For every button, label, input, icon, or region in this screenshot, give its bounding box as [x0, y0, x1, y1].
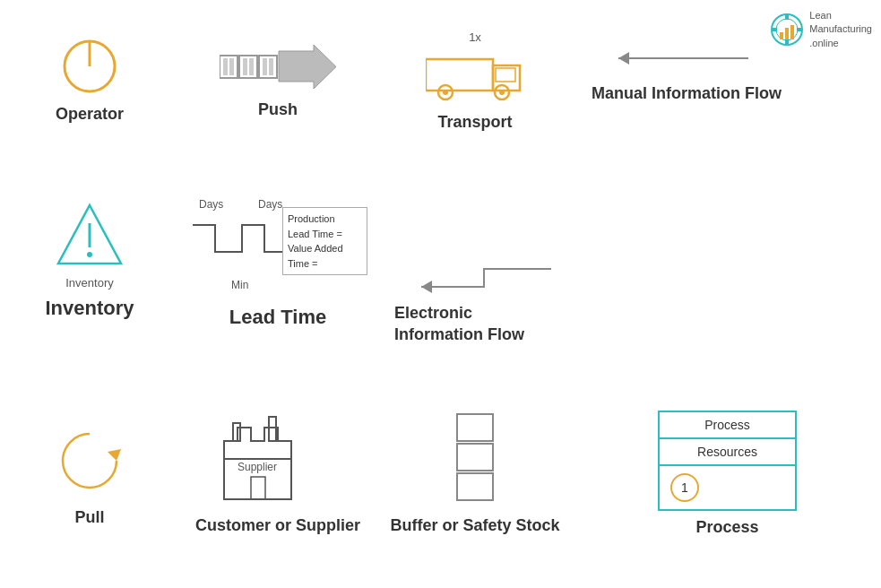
- transport-label: Transport: [437, 113, 512, 132]
- inventory-small-label: Inventory: [65, 276, 113, 290]
- svg-text:Supplier: Supplier: [238, 461, 277, 473]
- manual-flow-icon-container: [592, 40, 753, 76]
- operator-icon: [61, 38, 119, 96]
- svg-rect-3: [223, 58, 228, 75]
- svg-marker-33: [421, 281, 432, 293]
- manual-flow-label: Manual Information Flow: [592, 83, 782, 104]
- buffer-icon: [448, 410, 502, 508]
- svg-marker-34: [108, 449, 121, 461]
- logo-line2: Manufacturing: [809, 22, 872, 36]
- svg-rect-12: [426, 59, 493, 91]
- lead-time-label: Lead Time: [229, 306, 326, 329]
- push-label: Push: [258, 100, 298, 119]
- min-label: Min: [231, 279, 248, 291]
- electronic-flow-icon-container: [394, 260, 556, 296]
- svg-rect-10: [269, 58, 273, 75]
- logo-text: Lean Manufacturing .online: [809, 9, 872, 50]
- lead-time-diagram: Days Days Min Production Lead Time = Val…: [188, 191, 367, 298]
- process-cell: Process Resources 1 Process: [574, 359, 881, 588]
- lt-line4: Time =: [288, 256, 362, 272]
- process-box-bottom: 1: [660, 466, 795, 509]
- svg-rect-22: [785, 39, 789, 45]
- svg-rect-7: [249, 58, 254, 75]
- operator-cell: Operator: [0, 0, 179, 161]
- transport-cell: 1x Transport: [376, 0, 574, 161]
- inventory-icon: [54, 201, 125, 272]
- svg-rect-24: [797, 28, 802, 31]
- logo-line3: .online: [809, 37, 872, 50]
- svg-rect-4: [229, 58, 234, 75]
- svg-rect-27: [790, 25, 794, 39]
- inventory-big-label: Inventory: [45, 297, 134, 320]
- process-box-mid: Resources: [660, 439, 795, 466]
- svg-rect-14: [496, 68, 515, 82]
- operator-label: Operator: [56, 105, 124, 124]
- svg-marker-11: [279, 45, 336, 89]
- svg-rect-21: [785, 14, 789, 20]
- svg-rect-9: [263, 58, 267, 75]
- svg-rect-38: [251, 477, 265, 499]
- svg-point-16: [443, 90, 448, 95]
- push-cell: Push: [179, 0, 376, 161]
- svg-rect-8: [259, 56, 277, 78]
- electronic-flow-icon: [394, 260, 556, 296]
- logo-line1: Lean: [809, 9, 872, 22]
- svg-rect-23: [772, 28, 777, 31]
- supplier-label: Customer or Supplier: [195, 515, 360, 536]
- process-circle: 1: [670, 473, 699, 502]
- lt-line1: Production: [288, 212, 362, 227]
- svg-rect-37: [269, 417, 276, 441]
- svg-point-18: [499, 90, 505, 95]
- svg-rect-40: [457, 414, 493, 441]
- manual-flow-icon: [592, 40, 753, 76]
- inventory-cell: Inventory Inventory: [0, 161, 179, 359]
- electronic-flow-label: Electronic Information Flow: [394, 303, 556, 345]
- pull-icon: [49, 420, 130, 501]
- svg-rect-25: [780, 32, 783, 39]
- transport-icon: [426, 46, 524, 104]
- svg-point-32: [87, 252, 92, 257]
- svg-rect-41: [457, 444, 493, 471]
- r2c4-empty: [574, 161, 881, 359]
- svg-rect-26: [785, 28, 789, 39]
- electronic-flow-cell: Electronic Information Flow: [376, 161, 574, 359]
- svg-marker-29: [618, 52, 629, 65]
- supplier-cell: Supplier Customer or Supplier: [179, 359, 376, 588]
- lt-line3: Value Added: [288, 241, 362, 256]
- manual-flow-cell: Lean Manufacturing .online Manual Inform…: [574, 0, 881, 161]
- lt-line2: Lead Time =: [288, 227, 362, 242]
- buffer-cell: Buffer or Safety Stock: [376, 359, 574, 588]
- logo-icon: [770, 13, 804, 47]
- supplier-icon: Supplier: [220, 410, 336, 508]
- svg-rect-42: [457, 473, 493, 500]
- buffer-label: Buffer or Safety Stock: [390, 515, 559, 536]
- pull-cell: Pull: [0, 359, 179, 588]
- transport-count: 1x: [469, 30, 481, 44]
- lead-time-cell: Days Days Min Production Lead Time = Val…: [179, 161, 376, 359]
- svg-rect-6: [243, 58, 247, 75]
- lead-time-info-box: Production Lead Time = Value Added Time …: [282, 207, 367, 275]
- process-label: Process: [695, 518, 758, 537]
- svg-rect-5: [239, 56, 257, 78]
- pull-label: Pull: [74, 508, 104, 527]
- process-box-top: Process: [660, 412, 795, 439]
- logo-area: Lean Manufacturing .online: [770, 9, 872, 50]
- push-icon: [220, 42, 336, 91]
- svg-rect-2: [220, 56, 238, 78]
- process-box: Process Resources 1: [658, 411, 797, 511]
